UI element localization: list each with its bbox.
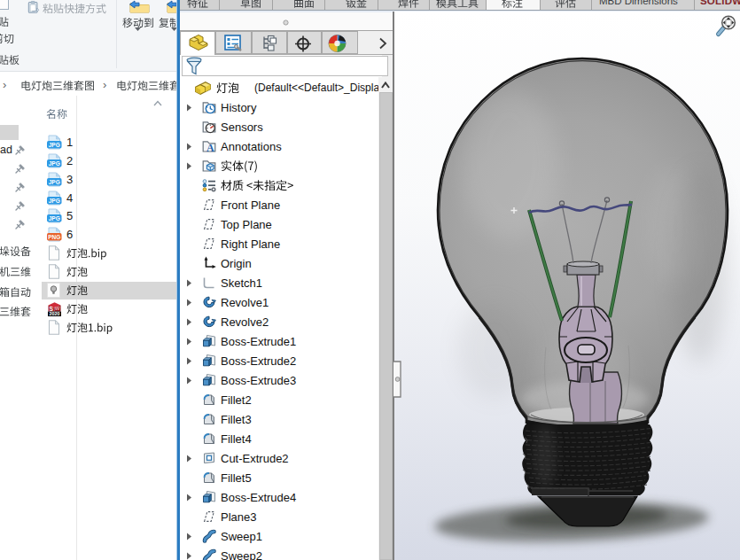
svg-text:JPG: JPG <box>49 215 60 222</box>
svg-text:JPG: JPG <box>49 142 60 148</box>
svg-text:JPG: JPG <box>49 160 60 167</box>
svg-text:JPG: JPG <box>49 179 60 185</box>
svg-text:PNG: PNG <box>48 234 60 240</box>
svg-text:JPG: JPG <box>49 198 60 204</box>
svg-text:2020: 2020 <box>50 311 60 316</box>
